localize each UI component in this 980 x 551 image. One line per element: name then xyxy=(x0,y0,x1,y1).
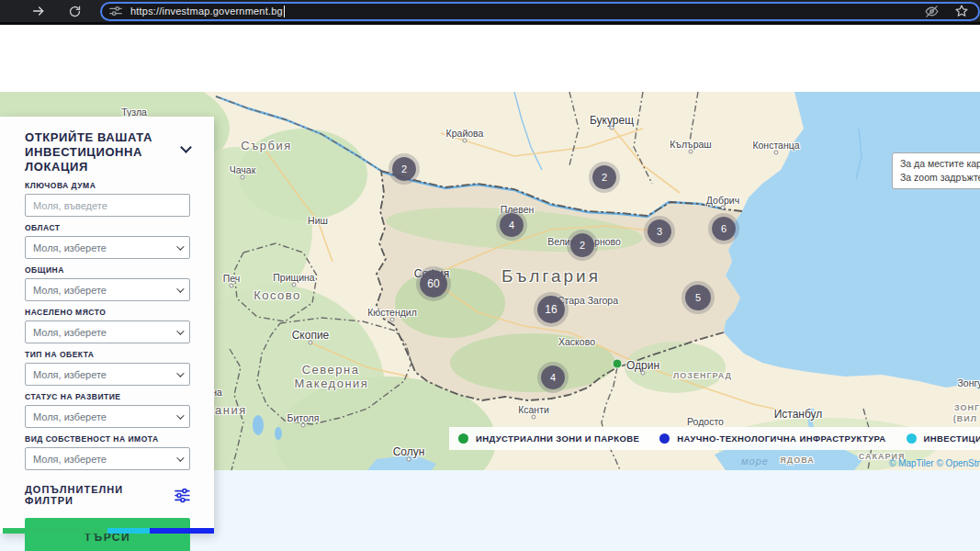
map-label: Добрич xyxy=(706,195,739,206)
map-hint-tooltip: За да местите картата За zoom задръжте S… xyxy=(892,152,980,189)
map-label: Плевен xyxy=(501,204,535,215)
url-text[interactable]: https://investmap.government.bg xyxy=(130,6,283,17)
sliders-filter-icon xyxy=(175,488,190,503)
map-label: Печ xyxy=(223,273,241,284)
map-label: Македония xyxy=(295,377,369,390)
legend-item[interactable]: ИНВЕСТИЦИОНЕН ИМОТ xyxy=(907,433,980,444)
cluster-marker[interactable]: 6 xyxy=(712,217,736,241)
chevron-down-icon xyxy=(176,242,184,250)
reload-icon[interactable] xyxy=(62,0,88,22)
cluster-marker[interactable]: 2 xyxy=(592,165,616,189)
chevron-down-icon xyxy=(176,411,184,419)
city-dot xyxy=(532,415,536,420)
map-label: Сърбия xyxy=(241,139,292,152)
select-field-1[interactable]: Моля, изберете xyxy=(25,236,190,259)
cluster-marker[interactable]: 2 xyxy=(392,157,416,181)
eye-hidden-icon[interactable] xyxy=(924,4,940,19)
chevron-down-icon xyxy=(176,327,184,334)
search-button[interactable]: ТЪРСИ xyxy=(25,518,190,551)
select-field-6[interactable]: Моля, изберете xyxy=(25,447,190,470)
legend-dot-icon xyxy=(659,433,670,444)
map-label: ЯДОВА xyxy=(780,455,814,465)
city-dot xyxy=(230,284,234,288)
tune-icon[interactable] xyxy=(109,5,122,17)
select-field-2[interactable]: Моля, изберете xyxy=(25,278,190,301)
url-bar[interactable]: https://investmap.government.bg xyxy=(100,2,980,21)
city-dot xyxy=(407,457,411,462)
tooltip-line-2: За zoom задръжте Sh xyxy=(900,171,980,185)
map-attribution[interactable]: © MapTiler © OpenStre xyxy=(889,458,980,468)
accent-segment xyxy=(107,528,150,534)
map-legend: ИНДУСТРИАЛНИ ЗОНИ И ПАРКОВЕНАУЧНО-ТЕХНОЛ… xyxy=(449,427,980,450)
field-label: ВИД СОБСТВЕНОСТ НА ИМОТА xyxy=(25,434,190,444)
city-dot xyxy=(689,150,693,154)
collapse-chevron-icon[interactable] xyxy=(180,141,192,153)
map-label: Косово xyxy=(253,288,301,302)
select-field-3[interactable]: Моля, изберете xyxy=(25,320,190,343)
map-label: ЛОЗЕНГРАД xyxy=(673,371,732,380)
browser-toolbar: https://investmap.government.bg xyxy=(0,0,980,25)
select-value: Моля, изберете xyxy=(33,242,176,253)
bookmark-star-icon[interactable] xyxy=(954,4,969,18)
map-label: Чачак xyxy=(230,164,256,175)
keyword-input[interactable] xyxy=(25,194,190,217)
cluster-marker[interactable]: 4 xyxy=(500,213,524,237)
cluster-marker[interactable]: 16 xyxy=(537,296,565,323)
map-label: ЗОНГ xyxy=(954,403,980,412)
map-label: (ВИЛ xyxy=(953,414,977,423)
map-label: Северна xyxy=(302,363,360,377)
map-label: България xyxy=(501,266,601,287)
legend-label: НАУЧНО-ТЕХНОЛОГИЧНА ИНФРАСТРУКТУРА xyxy=(677,433,885,444)
map-label: Кълъраш xyxy=(670,139,711,150)
city-dot xyxy=(292,283,297,287)
legend-dot-icon xyxy=(907,433,917,444)
map-label: море xyxy=(741,455,769,467)
field-label: НАСЕЛЕНО МЯСТО xyxy=(25,308,190,317)
cluster-marker[interactable]: 2 xyxy=(570,233,594,257)
map-label: Зонгу xyxy=(957,377,980,388)
forward-arrow-icon[interactable] xyxy=(26,0,51,22)
select-field-5[interactable]: Моля, изберете xyxy=(25,405,190,428)
sidebar-title: ОТКРИЙТЕ ВАШАТА ИНВЕСТИЦИОННА ЛОКАЦИЯ xyxy=(25,130,161,174)
field-label: ОБЛАСТ xyxy=(25,223,190,232)
city-dot xyxy=(721,206,726,210)
select-value: Моля, изберете xyxy=(33,369,176,380)
map-label: Хасково xyxy=(558,336,595,347)
brand-accent-bar xyxy=(3,528,214,534)
legend-item[interactable]: ИНДУСТРИАЛНИ ЗОНИ И ПАРКОВЕ xyxy=(458,433,639,444)
cluster-marker[interactable]: 5 xyxy=(685,285,711,310)
city-dot xyxy=(641,371,646,376)
map-label: Ниш xyxy=(308,215,328,226)
city-dot xyxy=(774,151,779,155)
map-label: Кюстендил xyxy=(367,307,417,318)
city-dot xyxy=(309,341,313,345)
city-dot xyxy=(463,139,467,143)
map-label: Ксанти xyxy=(518,404,549,415)
chevron-down-icon xyxy=(176,285,184,292)
accent-segment xyxy=(3,528,107,534)
cluster-marker[interactable]: 60 xyxy=(420,270,447,298)
field-label: СТАТУС НА РАЗВИТИЕ xyxy=(25,392,190,401)
select-value: Моля, изберете xyxy=(33,285,176,296)
map-label: Истанбул xyxy=(774,408,823,421)
select-value: Моля, изберете xyxy=(33,327,176,338)
tooltip-line-1: За да местите картата xyxy=(900,157,980,171)
map-label: Прищина xyxy=(273,272,314,283)
city-dot xyxy=(241,175,245,180)
select-value: Моля, изберете xyxy=(33,411,176,422)
cluster-marker[interactable]: 3 xyxy=(648,219,671,243)
city-dot xyxy=(610,126,614,130)
map-label: Стара Загора xyxy=(558,295,618,306)
select-value: Моля, изберете xyxy=(33,454,176,465)
filter-sidebar: ОТКРИЙТЕ ВАШАТА ИНВЕСТИЦИОННА ЛОКАЦИЯ КЛ… xyxy=(0,117,214,534)
legend-item[interactable]: НАУЧНО-ТЕХНОЛОГИЧНА ИНФРАСТРУКТУРА xyxy=(659,433,885,444)
text-caret xyxy=(284,6,285,17)
poi-marker[interactable] xyxy=(613,359,623,369)
legend-label: ИНВЕСТИЦИОНЕН ИМОТ xyxy=(924,433,980,444)
accent-segment xyxy=(150,528,214,534)
city-dot xyxy=(390,318,395,322)
select-field-4[interactable]: Моля, изберете xyxy=(25,363,190,386)
chevron-down-icon xyxy=(176,454,184,461)
cluster-marker[interactable]: 4 xyxy=(541,365,565,389)
additional-filters-toggle[interactable]: ДОПЪЛНИТЕЛНИ ФИЛТРИ xyxy=(25,484,190,506)
